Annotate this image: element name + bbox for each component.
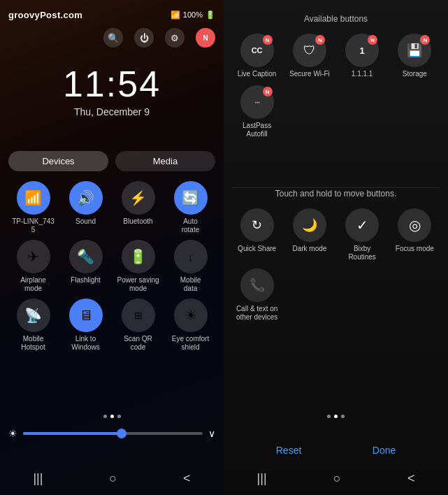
bottom-actions: Reset Done <box>224 439 448 461</box>
settings-button[interactable]: ⚙ <box>165 28 185 48</box>
scan-qr-icon: ⊞ <box>122 299 155 332</box>
brightness-expand-icon[interactable]: ∨ <box>208 428 215 439</box>
nav-bar-left: ||| ○ < <box>0 461 224 495</box>
brightness-low-icon: ☀ <box>8 428 17 439</box>
clock-time: 11:54 <box>0 63 224 105</box>
bluetooth-label: Bluetooth <box>123 217 152 226</box>
secure-wifi-button[interactable]: 🛡 N Secure Wi-Fi <box>284 34 334 78</box>
flashlight-label: Flashlight <box>71 276 101 285</box>
brightness-track[interactable] <box>23 432 203 435</box>
sound-button[interactable]: 🔊 Sound <box>61 181 110 234</box>
link-windows-label: Link toWindows <box>71 335 100 352</box>
hold-grid: ↻ Quick Share 🌙 Dark mode ✓ BixbyRoutine… <box>232 208 440 261</box>
eye-comfort-icon: ☀ <box>174 299 208 332</box>
media-tab[interactable]: Media <box>115 151 215 171</box>
auto-rotate-icon: 🔄 <box>174 181 208 215</box>
lastpass-button[interactable]: ··· N LastPassAutofill <box>232 85 282 138</box>
eye-comfort-button[interactable]: ☀ Eye comfortshield <box>166 299 215 352</box>
live-caption-label: Live Caption <box>238 70 277 78</box>
quick-share-button[interactable]: ↻ Quick Share <box>232 208 282 261</box>
airplane-label: Airplanemode <box>20 276 46 293</box>
battery-icon: 🔋 <box>205 10 215 20</box>
page-dots-left <box>0 415 224 418</box>
bixby-button[interactable]: ✓ BixbyRoutines <box>338 208 387 261</box>
bixby-label: BixbyRoutines <box>348 245 375 261</box>
airplane-icon: ✈ <box>17 240 50 273</box>
nav-bar-right: ||| ○ < <box>224 461 448 495</box>
available-grid-row2: ··· N LastPassAutofill <box>232 85 440 138</box>
search-button[interactable]: 🔍 <box>103 28 123 48</box>
available-title: Available buttons <box>232 14 440 24</box>
focus-mode-button[interactable]: ◎ Focus mode <box>390 208 440 261</box>
top-icons-row: 🔍 ⏻ ⚙ N <box>0 25 224 50</box>
mobile-data-button[interactable]: ↓ Mobiledata <box>166 240 215 293</box>
available-section: Available buttons CC N Live Caption 🛡 N … <box>224 14 448 138</box>
secure-wifi-icon: 🛡 N <box>293 34 326 67</box>
dns-badge: N <box>368 35 377 45</box>
quick-share-icon: ↻ <box>240 208 274 242</box>
nav-home-button-r[interactable]: ○ <box>333 471 341 486</box>
focus-mode-icon: ◎ <box>398 208 431 242</box>
auto-rotate-label: Autorotate <box>182 217 200 234</box>
live-caption-icon: CC N <box>240 34 274 67</box>
qs-grid: 📶 TP-LINK_7435 🔊 Sound ⚡ Bluetooth 🔄 Aut… <box>8 181 215 352</box>
hotspot-button[interactable]: 📡 MobileHotspot <box>8 299 58 352</box>
wifi-icon: 📶 <box>17 181 50 215</box>
clock-area: 11:54 Thu, December 9 <box>0 63 224 117</box>
live-caption-button[interactable]: CC N Live Caption <box>232 34 282 78</box>
nav-back-button[interactable]: < <box>183 471 191 486</box>
brightness-thumb[interactable] <box>117 429 127 438</box>
nav-back-button-r[interactable]: < <box>407 471 415 486</box>
scan-qr-label: Scan QRcode <box>124 335 152 352</box>
nav-recent-button-r[interactable]: ||| <box>257 471 267 486</box>
right-panel: Available buttons CC N Live Caption 🛡 N … <box>224 0 448 495</box>
brightness-bar[interactable]: ☀ ∨ <box>8 428 215 439</box>
clock-date: Thu, December 9 <box>0 106 224 117</box>
reset-button[interactable]: Reset <box>276 445 302 456</box>
sound-label: Sound <box>75 217 96 226</box>
sound-icon: 🔊 <box>69 181 103 215</box>
storage-button[interactable]: 💾 N Storage <box>390 34 440 78</box>
live-caption-badge: N <box>263 35 273 45</box>
flashlight-icon: 🔦 <box>69 240 103 273</box>
dot-1 <box>103 415 107 418</box>
secure-wifi-badge: N <box>315 35 325 45</box>
airplane-button[interactable]: ✈ Airplanemode <box>8 240 58 293</box>
notification-button[interactable]: N <box>196 28 215 48</box>
dns-button[interactable]: 1 N 1.1.1.1 <box>338 34 387 78</box>
dark-mode-icon: 🌙 <box>293 208 326 242</box>
dot-r2 <box>334 415 338 418</box>
flashlight-button[interactable]: 🔦 Flashlight <box>61 240 110 293</box>
quick-share-label: Quick Share <box>238 245 276 253</box>
call-text-button[interactable]: 📞 Call & text onother devices <box>232 268 282 322</box>
dns-icon: 1 N <box>345 34 379 67</box>
devices-tab[interactable]: Devices <box>8 151 108 171</box>
power-saving-button[interactable]: 🔋 Power savingmode <box>113 240 163 293</box>
lastpass-badge: N <box>263 87 273 96</box>
eye-comfort-label: Eye comfortshield <box>172 335 209 352</box>
scan-qr-button[interactable]: ⊞ Scan QRcode <box>113 299 163 352</box>
status-icons-right: 📶 100% 🔋 <box>171 10 215 20</box>
dark-mode-button[interactable]: 🌙 Dark mode <box>284 208 334 261</box>
nav-recent-button[interactable]: ||| <box>33 471 43 486</box>
nav-home-button[interactable]: ○ <box>109 471 117 486</box>
signal-text: 100% <box>183 10 203 19</box>
power-saving-icon: 🔋 <box>122 240 155 273</box>
storage-icon: 💾 N <box>398 34 431 67</box>
bixby-icon: ✓ <box>345 208 379 242</box>
left-panel: groovyPost.com 📶 100% 🔋 🔍 ⏻ ⚙ N 11:54 Th… <box>0 0 224 495</box>
dot-2 <box>110 415 114 418</box>
bluetooth-button[interactable]: ⚡ Bluetooth <box>113 181 163 234</box>
status-bar-left: groovyPost.com 📶 100% 🔋 <box>0 0 224 25</box>
link-windows-button[interactable]: 🖥 Link toWindows <box>61 299 110 352</box>
lastpass-icon: ··· N <box>240 85 274 119</box>
qs-tabs: Devices Media <box>8 151 215 171</box>
hold-section: Touch and hold to move buttons. ↻ Quick … <box>224 189 448 322</box>
auto-rotate-button[interactable]: 🔄 Autorotate <box>166 181 215 234</box>
wifi-button[interactable]: 📶 TP-LINK_7435 <box>8 181 58 234</box>
power-button[interactable]: ⏻ <box>134 28 154 48</box>
done-button[interactable]: Done <box>373 445 396 456</box>
brightness-fill <box>23 432 122 435</box>
storage-badge: N <box>420 35 430 45</box>
secure-wifi-label: Secure Wi-Fi <box>289 70 330 78</box>
